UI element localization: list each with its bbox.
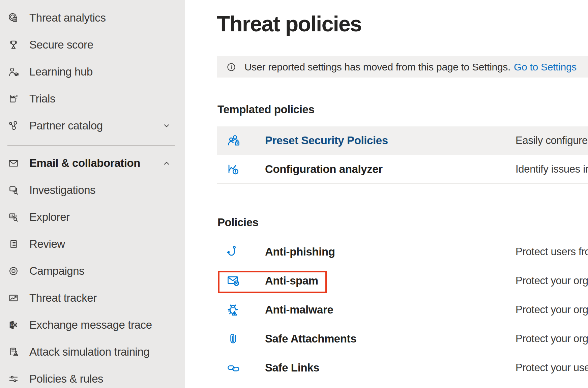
info-banner: User reported settings has moved from th… (217, 56, 588, 78)
chevron-up-icon[interactable] (161, 158, 172, 168)
sidebar-item-attack-simulation-training[interactable]: Attack simulation training (0, 338, 185, 365)
chevron-down-icon[interactable] (161, 121, 172, 131)
sidebar-item-label: Trials (29, 92, 55, 105)
sidebar-item-label: Policies & rules (29, 372, 103, 385)
page-title: Threat policies (217, 11, 361, 36)
secure-score-icon (7, 39, 20, 51)
policy-row-preset-security-policies[interactable]: Preset Security Policies Easily configur… (217, 126, 588, 155)
anti-malware-icon (226, 302, 241, 318)
section-rows-policies: Anti-phishing Protect users from p Anti-… (217, 237, 588, 382)
sidebar-item-label: Partner catalog (29, 119, 103, 132)
policy-row-anti-phishing[interactable]: Anti-phishing Protect users from p (217, 237, 588, 266)
policy-row-safe-links[interactable]: Safe Links Protect your users fro (217, 353, 588, 382)
attack-simulation-training-icon (7, 346, 20, 358)
review-icon (7, 238, 20, 250)
sidebar-item-partner-catalog[interactable]: Partner catalog (0, 112, 185, 139)
safe-links-icon (226, 360, 241, 376)
policy-row-description: Identify issues in you (516, 163, 588, 175)
learning-hub-icon (7, 66, 20, 78)
policy-row-anti-spam[interactable]: Anti-spam Protect your organiz (217, 266, 588, 295)
sidebar-item-label: Email & collaboration (29, 157, 140, 170)
sidebar-item-label: Explorer (29, 211, 70, 223)
main-content: Threat policies User reported settings h… (185, 0, 588, 388)
sidebar-item-campaigns[interactable]: Campaigns (0, 258, 185, 285)
go-to-settings-link[interactable]: Go to Settings (514, 61, 577, 73)
section-heading-policies: Policies (217, 216, 259, 229)
sidebar-item-threat-tracker[interactable]: Threat tracker (0, 285, 185, 311)
policy-row-anti-malware[interactable]: Anti-malware Protect your organiz (217, 295, 588, 324)
section-heading-templated-policies: Templated policies (217, 103, 314, 116)
explorer-icon (7, 211, 20, 223)
sidebar-item-trials[interactable]: Trials (0, 85, 185, 112)
sidebar-item-label: Exchange message trace (29, 319, 152, 331)
sidebar-item-label: Threat tracker (29, 292, 97, 304)
safe-attachments-icon (226, 331, 241, 347)
sidebar-item-email-collaboration[interactable]: Email & collaboration (0, 150, 185, 177)
sidebar-item-explorer[interactable]: Explorer (0, 204, 185, 231)
partner-catalog-icon (7, 120, 20, 132)
threat-tracker-icon (7, 292, 20, 304)
policy-row-description: Easily configure prot (516, 135, 588, 147)
investigations-icon (7, 184, 20, 196)
policy-row-description: Protect your organiz (516, 304, 588, 316)
sidebar-item-label: Learning hub (29, 65, 93, 78)
sidebar-item-secure-score[interactable]: Secure score (0, 31, 185, 58)
policy-row-label[interactable]: Configuration analyzer (265, 163, 383, 176)
threat-analytics-icon (7, 12, 20, 24)
anti-phishing-icon (226, 244, 241, 260)
sidebar-item-exchange-message-trace[interactable]: Exchange message trace (0, 311, 185, 338)
policy-row-label[interactable]: Anti-spam (265, 274, 318, 287)
anti-spam-icon (226, 273, 241, 289)
configuration-analyzer-icon (226, 161, 241, 177)
sidebar-item-investigations[interactable]: Investigations (0, 177, 185, 204)
section-rows-templated: Preset Security Policies Easily configur… (217, 126, 588, 184)
sidebar-divider (7, 145, 175, 146)
sidebar-item-learning-hub[interactable]: Learning hub (0, 58, 185, 85)
sidebar-item-label: Attack simulation training (29, 346, 149, 358)
policy-row-description: Protect your organiz (516, 275, 588, 287)
policy-row-label[interactable]: Anti-malware (265, 303, 333, 316)
preset-security-policies-icon (226, 133, 241, 148)
policy-row-label[interactable]: Safe Links (265, 361, 319, 374)
policies-rules-icon (7, 373, 20, 385)
policy-row-description: Protect users from p (516, 246, 588, 258)
exchange-message-trace-icon (7, 319, 20, 331)
email-collaboration-icon (7, 157, 20, 169)
policy-row-label[interactable]: Preset Security Policies (265, 134, 388, 147)
sidebar-item-label: Campaigns (29, 265, 84, 277)
sidebar-item-policies-rules[interactable]: Policies & rules (0, 365, 185, 388)
policy-row-label[interactable]: Safe Attachments (265, 332, 356, 345)
policy-row-description: Protect your users fro (516, 362, 588, 374)
sidebar-item-label: Investigations (29, 184, 95, 197)
policy-row-description: Protect your organiz (516, 333, 588, 345)
campaigns-icon (7, 265, 20, 277)
sidebar-item-label: Review (29, 238, 65, 250)
trials-icon (7, 93, 20, 105)
policy-row-configuration-analyzer[interactable]: Configuration analyzer Identify issues i… (217, 155, 588, 184)
banner-text: User reported settings has moved from th… (244, 61, 510, 73)
policy-row-safe-attachments[interactable]: Safe Attachments Protect your organiz (217, 324, 588, 353)
policy-row-label[interactable]: Anti-phishing (265, 245, 335, 258)
sidebar: Threat analytics Secure score Learning h… (0, 0, 185, 388)
sidebar-item-label: Secure score (29, 38, 93, 51)
info-icon (226, 61, 237, 73)
sidebar-item-label: Threat analytics (29, 11, 106, 24)
sidebar-item-review[interactable]: Review (0, 231, 185, 258)
sidebar-item-threat-analytics[interactable]: Threat analytics (0, 4, 185, 31)
